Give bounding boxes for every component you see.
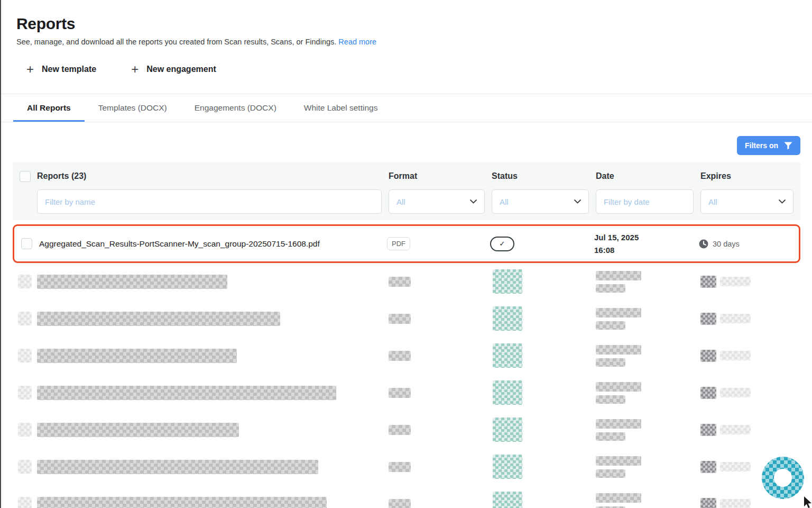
format-filter-value: All — [396, 197, 405, 206]
redacted-checkbox-blur — [18, 423, 32, 437]
redacted-expires-text-blur — [720, 388, 751, 397]
new-engagement-button[interactable]: + New engagement — [131, 64, 216, 75]
tab-all-reports[interactable]: All Reports — [13, 94, 85, 122]
redacted-report-row — [13, 485, 800, 508]
format-badge: PDF — [387, 237, 410, 250]
report-date-line1: Jul 15, 2025 — [594, 231, 699, 244]
plus-icon: + — [131, 64, 139, 75]
select-all-checkbox[interactable] — [20, 171, 31, 182]
redacted-report-row — [13, 448, 800, 485]
redacted-expires-text-blur — [720, 277, 751, 286]
page-header: Reports See, manage, and download all th… — [0, 0, 812, 75]
redacted-date-blur — [596, 506, 625, 508]
report-expires-text: 30 days — [713, 240, 740, 248]
report-name[interactable]: Aggregated_Scan_Results-PortScanner-My_s… — [39, 239, 387, 249]
redacted-date-blur — [596, 308, 641, 318]
redacted-expires-icon-blur — [700, 313, 716, 325]
redacted-name — [37, 460, 318, 474]
filters-row: Filters on — [13, 136, 800, 155]
redacted-format-blur — [389, 351, 411, 361]
date-filter-input[interactable] — [596, 189, 694, 214]
new-template-button[interactable]: + New template — [26, 64, 96, 75]
redacted-status-blur — [493, 492, 522, 508]
chevron-down-icon — [470, 199, 477, 204]
redacted-expires-icon-blur — [700, 276, 716, 288]
status-filter-select[interactable]: All — [492, 189, 589, 214]
redacted-status-blur — [493, 343, 522, 368]
redacted-date-blur — [596, 284, 625, 293]
redacted-date-blur — [596, 469, 625, 478]
reports-count-header: Reports (23) — [37, 171, 389, 181]
redacted-name — [37, 275, 227, 289]
new-template-label: New template — [42, 65, 96, 74]
redacted-checkbox-blur — [18, 275, 32, 288]
read-more-link[interactable]: Read more — [338, 38, 376, 46]
report-expires: 30 days — [699, 239, 799, 249]
tab-white-label-settings[interactable]: White Label settings — [290, 94, 392, 122]
filters-on-label: Filters on — [745, 141, 778, 150]
status-filter-value: All — [500, 197, 509, 206]
table-head: Reports (23) Format Status Date Expires … — [13, 162, 800, 220]
redacted-name — [37, 386, 336, 400]
redacted-expires-text-blur — [720, 314, 751, 323]
column-header-date: Date — [596, 171, 700, 181]
expires-filter-select[interactable]: All — [700, 189, 793, 214]
redacted-rows-container — [13, 263, 800, 508]
row-checkbox[interactable] — [21, 238, 32, 249]
redacted-name — [37, 312, 280, 326]
redacted-report-row — [13, 411, 800, 448]
new-engagement-label: New engagement — [146, 65, 216, 74]
redacted-checkbox-blur — [18, 497, 32, 508]
status-checkmark-pill: ✓ — [490, 237, 514, 251]
checkmark-icon: ✓ — [500, 240, 505, 247]
filters-on-button[interactable]: Filters on — [737, 136, 800, 155]
report-date: Jul 15, 2025 16:08 — [594, 231, 699, 257]
tab-templates-docx[interactable]: Templates (DOCX) — [85, 94, 181, 122]
funnel-icon — [784, 142, 792, 150]
redacted-date-blur — [596, 395, 625, 404]
redacted-report-row — [13, 300, 800, 337]
redacted-date-blur — [596, 382, 641, 392]
chevron-down-icon — [574, 199, 581, 204]
redacted-status-blur — [493, 455, 522, 479]
reports-table: Reports (23) Format Status Date Expires … — [13, 162, 800, 508]
redacted-status-blur — [493, 269, 522, 294]
chevron-down-icon — [779, 199, 786, 204]
redacted-checkbox-blur — [18, 460, 32, 474]
window-left-edge — [0, 0, 1, 508]
page-title: Reports — [16, 15, 795, 33]
redacted-expires-text-blur — [720, 499, 751, 508]
redacted-report-row — [13, 263, 800, 300]
redacted-date-blur — [596, 419, 641, 429]
expires-filter-value: All — [708, 197, 717, 206]
redacted-report-row — [13, 374, 800, 411]
redacted-name — [37, 349, 237, 363]
redacted-format-blur — [389, 277, 411, 287]
page-description: See, manage, and download all the report… — [16, 38, 795, 46]
name-filter-input[interactable] — [37, 189, 382, 214]
redacted-status-blur — [493, 380, 522, 405]
redacted-checkbox-blur — [18, 349, 32, 362]
redacted-expires-text-blur — [720, 462, 751, 471]
main-content: Filters on Reports (23) Format Status Da… — [0, 136, 812, 508]
redacted-expires-text-blur — [720, 425, 751, 434]
redacted-format-blur — [389, 314, 411, 324]
redacted-format-blur — [389, 425, 411, 435]
redacted-format-blur — [389, 499, 411, 508]
redacted-format-blur — [389, 388, 411, 398]
redacted-date-blur — [596, 358, 625, 367]
column-header-expires: Expires — [700, 171, 800, 181]
redacted-expires-icon-blur — [700, 461, 716, 473]
redacted-date-blur — [596, 456, 641, 466]
report-row-highlighted[interactable]: Aggregated_Scan_Results-PortScanner-My_s… — [13, 224, 800, 263]
redacted-format-blur — [389, 462, 411, 472]
redacted-name — [37, 423, 239, 437]
format-filter-select[interactable]: All — [389, 189, 485, 214]
column-header-format: Format — [389, 171, 492, 181]
redacted-date-blur — [596, 321, 625, 330]
redacted-status-blur — [493, 418, 522, 442]
redacted-expires-icon-blur — [700, 498, 716, 508]
tab-engagements-docx[interactable]: Engagements (DOCX) — [181, 94, 290, 122]
redacted-checkbox-blur — [18, 312, 32, 325]
column-header-status: Status — [492, 171, 596, 181]
